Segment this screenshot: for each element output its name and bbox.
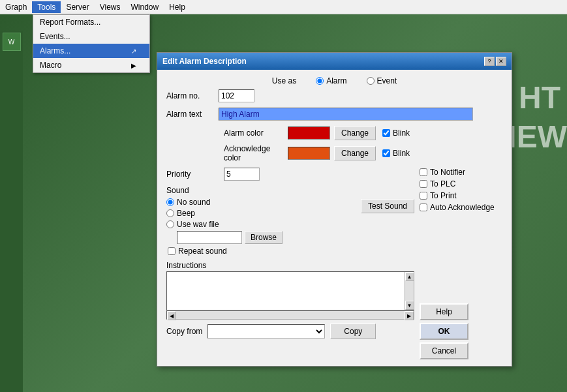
to-notifier-label: To Notifier [430, 168, 465, 177]
beep-row: Beep [166, 209, 356, 218]
menu-item-events[interactable]: Events... [33, 29, 149, 44]
ok-btn[interactable]: OK [420, 323, 468, 340]
wav-file-input[interactable] [177, 231, 242, 244]
to-print-checkbox[interactable] [420, 192, 427, 200]
sidebar-btn-1[interactable]: W [3, 33, 21, 51]
alarm-color-swatch [288, 127, 330, 140]
no-sound-label: No sound [177, 198, 210, 207]
instructions-label: Instructions [166, 261, 414, 270]
alarm-color-change-btn[interactable]: Change [334, 126, 376, 140]
menu-graph[interactable]: Graph [0, 1, 32, 13]
priority-section: Priority [166, 168, 414, 181]
dialog-help-btn[interactable]: ? [484, 57, 495, 66]
beep-radio[interactable] [166, 209, 174, 217]
dialog-titlebar: Edit Alarm Description ? ✕ [157, 53, 512, 70]
dialog-controls: ? ✕ [484, 57, 506, 66]
sound-inner: No sound Beep Use wav file [166, 198, 414, 256]
dialog-close-btn[interactable]: ✕ [496, 57, 506, 66]
right-checks-panel: To Notifier To PLC To Print Auto Acknowl… [420, 168, 502, 359]
alarm-color-label: Alarm color [224, 128, 283, 138]
sound-options: No sound Beep Use wav file [166, 198, 356, 256]
to-print-row: To Print [420, 191, 502, 200]
menu-item-alarms[interactable]: Alarms... ↗ [33, 44, 149, 58]
dialog-title: Edit Alarm Description [162, 57, 247, 66]
instructions-textarea[interactable] [167, 272, 405, 310]
no-sound-radio[interactable] [166, 198, 174, 206]
alarm-no-row: Alarm no. [166, 89, 502, 102]
menu-server[interactable]: Server [61, 1, 94, 13]
sound-section: Sound No sound Beep [166, 186, 414, 256]
browse-btn[interactable]: Browse [245, 231, 283, 244]
scroll-right-btn[interactable]: ▶ [405, 311, 414, 320]
help-btn[interactable]: Help [420, 303, 468, 320]
macro-arrow-icon: ▶ [131, 62, 136, 69]
to-notifier-checkbox[interactable] [420, 168, 427, 176]
use-as-alarm-label: Alarm [326, 76, 346, 85]
alarm-text-label: Alarm text [166, 110, 219, 119]
menubar: Graph Tools Server Views Window Help [0, 0, 567, 14]
alarm-text-input[interactable] [219, 108, 473, 121]
to-print-label: To Print [430, 191, 457, 200]
copy-from-select[interactable] [207, 324, 325, 339]
auto-ack-label: Auto Acknowledge [430, 203, 495, 212]
use-as-alarm-radio[interactable] [316, 77, 324, 85]
menu-item-report-formats[interactable]: Report Formats... [33, 15, 149, 29]
action-buttons: Help OK Cancel [420, 303, 502, 359]
no-sound-row: No sound [166, 198, 356, 207]
wav-radio[interactable] [166, 220, 174, 228]
ack-color-swatch [288, 147, 330, 160]
use-as-event-radio[interactable] [367, 77, 375, 85]
repeat-row: Repeat sound [168, 247, 356, 256]
priority-input[interactable] [224, 168, 260, 181]
sidebar: W [0, 31, 23, 392]
beep-label: Beep [177, 209, 195, 218]
sound-label: Sound [166, 186, 414, 195]
use-as-alarm-group: Alarm [316, 76, 346, 85]
bg-text-ht: HT [519, 80, 560, 115]
priority-content-area: Priority Sound No sound [166, 168, 502, 359]
ack-blink-group: Blink [382, 149, 410, 158]
test-sound-btn[interactable]: Test Sound [361, 199, 414, 213]
scroll-up-btn[interactable]: ▲ [405, 272, 414, 281]
dialog-content: Use as Alarm Event Alarm no. Alarm text … [157, 70, 512, 366]
wav-label: Use wav file [177, 220, 219, 229]
cancel-btn[interactable]: Cancel [420, 342, 468, 359]
instructions-hscrollbar: ◀ ▶ [166, 310, 414, 320]
alarm-blink-label: Blink [393, 128, 410, 138]
alarm-text-row: Alarm text [166, 108, 502, 121]
ack-blink-checkbox[interactable] [382, 149, 390, 157]
scroll-left-btn[interactable]: ◀ [167, 311, 176, 320]
ack-color-change-btn[interactable]: Change [334, 146, 376, 160]
hscroll-track [176, 311, 405, 319]
use-as-label: Use as [272, 76, 296, 85]
ack-blink-label: Blink [393, 149, 410, 158]
edit-alarm-dialog: Edit Alarm Description ? ✕ Use as Alarm … [157, 52, 512, 367]
scroll-down-btn[interactable]: ▼ [405, 301, 414, 310]
instructions-section: Instructions ▲ ▼ ◀ ▶ [166, 261, 414, 320]
auto-ack-checkbox[interactable] [420, 204, 427, 211]
menu-help[interactable]: Help [164, 1, 191, 13]
wav-file-row: Browse [177, 231, 356, 244]
wav-radio-row: Use wav file [166, 220, 356, 229]
menu-window[interactable]: Window [126, 1, 164, 13]
to-plc-label: To PLC [430, 179, 455, 188]
menu-views[interactable]: Views [95, 1, 126, 13]
copy-btn[interactable]: Copy [330, 324, 376, 339]
copy-from-section: Copy from Copy [166, 324, 414, 339]
alarm-blink-group: Blink [382, 128, 410, 138]
repeat-sound-checkbox[interactable] [168, 247, 176, 255]
to-notifier-row: To Notifier [420, 168, 502, 177]
menu-item-macro[interactable]: Macro ▶ [33, 58, 149, 72]
tools-dropdown: Report Formats... Events... Alarms... ↗ … [33, 14, 150, 73]
copy-from-label: Copy from [166, 327, 202, 336]
ack-color-section: Acknowledge color Change Blink [224, 144, 502, 162]
alarm-color-section: Alarm color Change Blink [224, 126, 502, 140]
alarm-no-input[interactable] [219, 89, 254, 102]
test-sound-area: Test Sound [361, 198, 414, 256]
to-plc-checkbox[interactable] [420, 180, 427, 188]
instructions-wrapper: ▲ ▼ [166, 271, 414, 310]
alarm-blink-checkbox[interactable] [382, 129, 390, 137]
menu-tools[interactable]: Tools [32, 1, 61, 13]
use-as-event-label: Event [377, 76, 397, 85]
instructions-scrollbar: ▲ ▼ [405, 272, 414, 310]
